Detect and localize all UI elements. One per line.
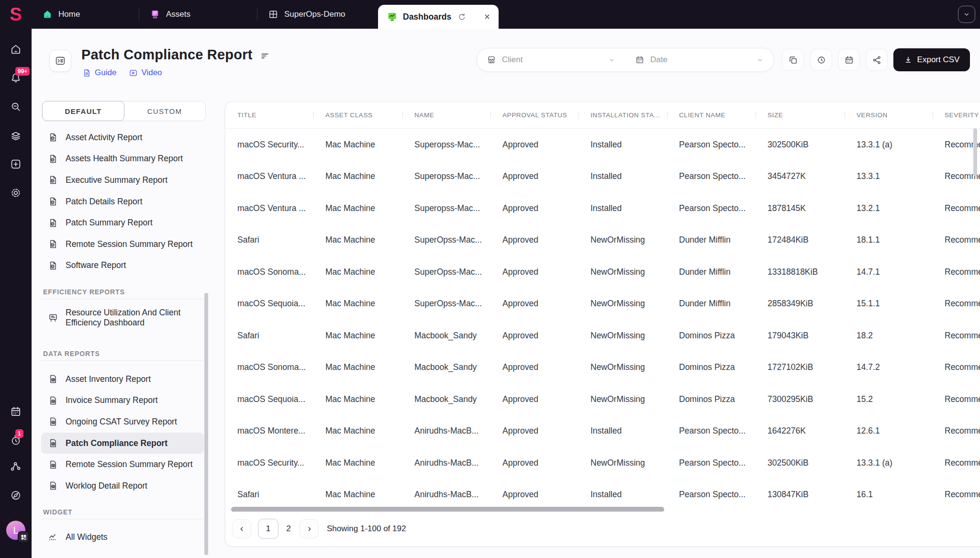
cell-title: macOS Montere... <box>225 426 313 436</box>
cell-version: 18.1.1 <box>845 235 933 245</box>
cell-size: 13318818KiB <box>756 267 845 277</box>
report-doc-icon <box>48 239 58 249</box>
report-list-item[interactable]: Asset Inventory Report <box>41 368 204 390</box>
table-row[interactable]: macOS Sequoia... Mac Machine SuperOpss-M… <box>225 288 980 320</box>
chevron-left-icon <box>238 525 246 533</box>
rail-explore-button[interactable] <box>0 489 32 502</box>
column-header[interactable]: NAME <box>402 112 490 119</box>
next-page-button[interactable] <box>300 519 319 538</box>
cell-name: Macbook_Sandy <box>402 362 490 372</box>
report-list-item[interactable]: Assets Health Summary Report <box>41 148 204 170</box>
schedule-button[interactable] <box>838 49 860 71</box>
table-row[interactable]: macOS Ventura ... Mac Machine Superopss-… <box>225 161 980 193</box>
prev-page-button[interactable] <box>232 519 251 538</box>
client-filter-dropdown[interactable]: Client <box>477 55 625 65</box>
cell-installation-status: Installed <box>579 203 667 213</box>
table-row[interactable]: macOS Sonoma... Mac Machine Macbook_Sand… <box>225 352 980 384</box>
page-2-button[interactable]: 2 <box>285 524 292 534</box>
date-filter-dropdown[interactable]: Date <box>625 55 774 65</box>
column-header[interactable]: INSTALLATION STA... <box>579 112 667 119</box>
table-row[interactable]: macOS Sonoma... Mac Machine SuperOpss-Ma… <box>225 256 980 288</box>
rail-notifications-button[interactable]: 99+ <box>0 72 32 84</box>
share-button[interactable] <box>866 49 888 71</box>
reports-panel: DEFAULT CUSTOM Asset Activity Report Ass… <box>41 101 208 558</box>
rail-integrations-button[interactable] <box>0 460 32 473</box>
close-tab-icon[interactable] <box>483 13 491 21</box>
copy-report-button[interactable] <box>782 49 804 71</box>
active-tab-label: Dashboards <box>403 12 451 22</box>
report-list-item[interactable]: Worklog Detail Report <box>41 475 204 497</box>
report-type-iconbox[interactable] <box>49 50 71 72</box>
table-row[interactable]: macOS Ventura ... Mac Machine Superopss-… <box>225 192 980 224</box>
rail-timer-button[interactable]: 1 <box>0 434 32 446</box>
rail-calendar-button[interactable] <box>0 405 32 418</box>
rail-settings-button[interactable] <box>0 187 32 199</box>
cell-installation-status: NewOrMissing <box>579 267 667 277</box>
column-header[interactable]: VERSION <box>845 112 933 119</box>
report-list-item[interactable]: Remote Session Summary Report <box>41 234 204 255</box>
report-doc-icon <box>48 260 58 271</box>
tab-default[interactable]: DEFAULT <box>42 101 124 121</box>
table-row[interactable]: macOS Security... Mac Machine Superopss-… <box>225 129 980 161</box>
cell-version: 12.6.1 <box>845 426 933 436</box>
topbar-tab[interactable]: SuperOps-Demo <box>257 0 378 29</box>
video-link[interactable]: Video <box>129 68 162 78</box>
gear-icon <box>10 187 22 199</box>
cell-approval-status: Approved <box>490 490 579 500</box>
table-body: macOS Security... Mac Machine Superopss-… <box>225 129 980 511</box>
export-csv-button[interactable]: Export CSV <box>893 48 970 71</box>
column-header[interactable]: ASSET CLASS <box>313 112 402 119</box>
superops-logo[interactable]: S <box>0 0 32 29</box>
tab-label: Assets <box>166 10 190 19</box>
cell-approval-status: Approved <box>490 299 579 309</box>
rail-avatar-button[interactable]: L <box>0 521 32 540</box>
report-list-item[interactable]: Patch Details Report <box>41 191 204 212</box>
column-header[interactable]: SEVERITY <box>933 112 980 119</box>
all-widgets-item[interactable]: All Widgets <box>41 526 204 548</box>
table-row[interactable]: macOS Montere... Mac Machine Anirudhs-Ma… <box>225 415 980 447</box>
report-list-item[interactable]: Ongoing CSAT Survey Report <box>41 411 204 433</box>
panel-scrollbar[interactable] <box>204 293 208 555</box>
rail-add-button[interactable] <box>0 158 32 170</box>
report-list-item[interactable]: Software Report <box>41 255 204 277</box>
topbar-tab[interactable]: Assets <box>139 0 257 29</box>
vertical-scrollbar[interactable] <box>973 128 977 176</box>
sort-lines-icon[interactable] <box>260 51 270 61</box>
tab-dashboards-active[interactable]: Dashboards <box>378 5 499 29</box>
page-1-button[interactable]: 1 <box>258 519 278 539</box>
table-header-row: TITLE ASSET CLASS NAME APPROVAL STATUS I… <box>225 102 980 129</box>
pagination-bar: 1 2 Showing 1-100 of 192 <box>225 512 980 546</box>
rail-search-button[interactable] <box>0 100 32 113</box>
report-list-item[interactable]: Patch Compliance Report <box>41 433 204 454</box>
guide-link[interactable]: Guide <box>82 68 116 78</box>
window-menu-button[interactable] <box>958 6 975 23</box>
table-row[interactable]: macOS Sequoia... Mac Machine Macbook_San… <box>225 383 980 415</box>
column-header[interactable]: CLIENT NAME <box>667 112 756 119</box>
rail-home-button[interactable] <box>0 43 32 56</box>
table-row[interactable]: macOS Security... Mac Machine Anirudhs-M… <box>225 447 980 479</box>
report-list-item[interactable]: Invoice Summary Report <box>41 390 204 412</box>
report-list-item[interactable]: Patch Summary Report <box>41 212 204 234</box>
cell-approval-status: Approved <box>490 171 579 181</box>
table-row[interactable]: Safari Mac Machine Anirudhs-MacB... Appr… <box>225 479 980 511</box>
cell-asset-class: Mac Machine <box>313 171 402 181</box>
rail-modules-button[interactable] <box>0 129 32 142</box>
tab-custom[interactable]: CUSTOM <box>124 101 205 121</box>
report-list-item[interactable]: Remote Session Summary Report <box>41 454 204 475</box>
report-list-item[interactable]: Resource Utilization And Client Efficien… <box>41 304 204 331</box>
avatar-qr-badge[interactable] <box>18 531 29 543</box>
report-list-item[interactable]: Asset Activity Report <box>41 127 204 148</box>
layers-icon <box>10 129 22 142</box>
report-list-item[interactable]: Executive Summary Report <box>41 169 204 191</box>
history-button[interactable] <box>810 49 832 71</box>
table-row[interactable]: Safari Mac Machine Macbook_Sandy Approve… <box>225 320 980 352</box>
column-header[interactable]: TITLE <box>225 112 313 119</box>
refresh-icon[interactable] <box>457 12 467 22</box>
topbar-tab[interactable]: Home <box>32 0 139 29</box>
table-row[interactable]: Safari Mac Machine SuperOpss-Mac... Appr… <box>225 224 980 257</box>
cell-installation-status: NewOrMissing <box>579 235 667 245</box>
cell-client-name: Pearson Specto... <box>667 426 756 436</box>
avatar[interactable]: L <box>6 521 25 540</box>
column-header[interactable]: SIZE <box>756 112 845 119</box>
column-header[interactable]: APPROVAL STATUS <box>490 112 579 119</box>
